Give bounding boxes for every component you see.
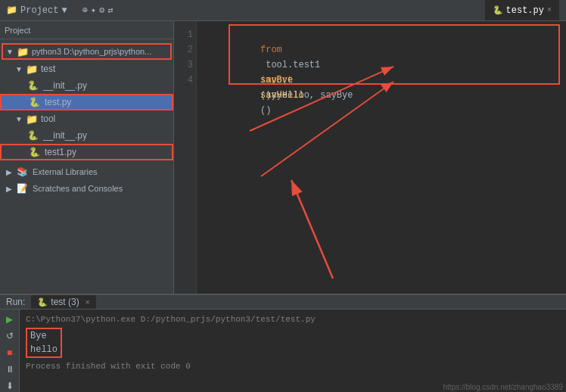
line-num-4: 4 (177, 73, 193, 88)
project-menu[interactable]: 📁 Project ▼ (6, 5, 67, 16)
folder-icon-tool: 📁 (26, 114, 38, 125)
tree-label-test: test (41, 64, 55, 74)
editor-content: 1 2 3 4 from tool.test1 import sayHello,… (174, 21, 566, 294)
action-icon-4[interactable]: ⇄ (107, 5, 113, 16)
editor-tab-test-py[interactable]: 🐍 test.py × (485, 0, 560, 20)
tree-label-python3: python3 D:\python_prjs\python... (32, 47, 151, 56)
run-label: Run: (6, 297, 25, 307)
project-tree: ▼ 📁 python3 D:\python_prjs\python... ▼ 📁… (0, 39, 173, 200)
tree-item-test-folder[interactable]: ▼ 📁 test (0, 61, 173, 77)
output-hello: hello (30, 343, 58, 356)
tree-item-test-py[interactable]: 🐍 test.py (0, 94, 173, 110)
pause-button[interactable]: ⏸ (3, 362, 17, 376)
line-num-3: 3 (177, 58, 193, 73)
project-icon: 📁 (6, 5, 17, 16)
tree-label-ext-libs: External Libraries (33, 167, 98, 176)
py-file-icon-test: 🐍 (29, 97, 40, 107)
code-content[interactable]: from tool.test1 import sayHello, sayBye … (197, 21, 566, 294)
action-icon-2[interactable]: ✦ (91, 5, 96, 16)
keyword-from: from (260, 45, 282, 55)
py-file-icon-init-tool: 🐍 (27, 130, 39, 141)
bottom-panel: Run: 🐍 test (3) × ▶ ↺ ■ ⏸ ⬇ C:\Python37\… (0, 294, 566, 392)
tree-item-tool-folder[interactable]: ▼ 📁 tool (0, 110, 173, 127)
expand-arrow-scratches: ▶ (6, 185, 12, 193)
lib-icon: 📚 (17, 166, 28, 177)
scroll-button[interactable]: ⬇ (3, 379, 17, 392)
output-result-box: Bye hello (26, 328, 62, 358)
run-tab-bar: Run: 🐍 test (3) × (0, 295, 566, 310)
folder-icon: 📁 (17, 46, 29, 58)
main-layout: Project ▼ 📁 python3 D:\python_prjs\pytho… (0, 21, 566, 294)
run-tab-name: test (3) (51, 297, 79, 307)
editor-area: 1 2 3 4 from tool.test1 import sayHello,… (174, 21, 566, 294)
scratches-icon: 📝 (17, 183, 28, 194)
py-file-icon-test1: 🐍 (29, 147, 40, 157)
run-output-content: C:\Python37\python.exe D:/python_prjs/py… (20, 310, 566, 392)
paren-2: () (260, 105, 271, 116)
toolbar-actions: ⊕ ✦ ⚙ ⇄ (82, 5, 114, 16)
tree-label-init-tool: __init__.py (43, 130, 87, 141)
tab-label: test.py (506, 5, 544, 16)
folder-icon-test: 📁 (26, 64, 38, 75)
project-dropdown-icon: ▼ (61, 5, 67, 16)
run-controls: ▶ ↺ ■ ⏸ ⬇ (0, 310, 20, 392)
action-icon-1[interactable]: ⊕ (82, 5, 88, 16)
top-bar: 📁 Project ▼ ⊕ ✦ ⚙ ⇄ 🐍 test.py × (0, 0, 566, 21)
tree-item-scratches[interactable]: ▶ 📝 Scratches and Consoles (0, 180, 173, 197)
module-name: tool.test1 (260, 60, 325, 70)
output-command: C:\Python37\python.exe D:/python_prjs/py… (26, 313, 560, 326)
tree-label-init-test: __init__.py (43, 80, 87, 91)
sidebar-header: Project (0, 21, 173, 39)
with-text: with (110, 362, 130, 371)
line-numbers: 1 2 3 4 (174, 21, 197, 294)
line-num-1: 1 (177, 27, 193, 42)
finished-text: finished (66, 362, 106, 371)
line-num-2: 2 (177, 42, 193, 58)
tree-item-test1-py[interactable]: 🐍 test1.py (0, 144, 173, 160)
tree-label-tool: tool (41, 114, 55, 124)
process-text: Process (26, 362, 66, 371)
py-file-icon: 🐍 (27, 80, 39, 91)
run-output-area: ▶ ↺ ■ ⏸ ⬇ C:\Python37\python.exe D:/pyth… (0, 310, 566, 392)
rerun-button[interactable]: ↺ (3, 329, 17, 343)
run-tab-test[interactable]: 🐍 test (3) × (31, 295, 95, 309)
tree-item-init-tool[interactable]: 🐍 __init__.py (0, 127, 173, 144)
output-bye: Bye (30, 329, 58, 343)
tree-label-scratches: Scratches and Consoles (33, 184, 123, 193)
tab-py-icon: 🐍 (493, 5, 503, 15)
play-button[interactable]: ▶ (3, 313, 17, 326)
code-line-1: from tool.test1 import sayHello, sayBye (206, 27, 557, 42)
run-tab-close[interactable]: × (86, 298, 90, 306)
sidebar-title: Project (5, 26, 30, 35)
expand-arrow-tool: ▼ (15, 115, 23, 123)
expand-arrow-ext: ▶ (6, 168, 12, 176)
fn-saybye: sayBye (260, 75, 293, 86)
editor-tab-bar: 🐍 test.py × (485, 0, 560, 20)
exit-code-text: exit code 0 (135, 362, 191, 371)
tree-item-python3[interactable]: ▼ 📁 python3 D:\python_prjs\python... (2, 43, 172, 60)
sidebar: Project ▼ 📁 python3 D:\python_prjs\pytho… (0, 21, 174, 294)
output-process-msg: Process finished with exit code 0 (26, 359, 560, 373)
action-icon-3[interactable]: ⚙ (99, 5, 104, 16)
expand-arrow-test: ▼ (15, 65, 23, 73)
watermark: https://blog.csdn.net/zhanghao3389 (443, 381, 563, 392)
tree-item-ext-libs[interactable]: ▶ 📚 External Libraries (0, 163, 173, 180)
stop-button[interactable]: ■ (3, 346, 17, 359)
tree-item-init-test[interactable]: 🐍 __init__.py (0, 77, 173, 94)
expand-arrow: ▼ (6, 48, 14, 56)
fn-sayhello: sayHello (260, 90, 304, 101)
run-tab-icon: 🐍 (37, 297, 48, 307)
tree-label-test-py: test.py (45, 97, 71, 107)
project-label: Project (20, 5, 58, 16)
tree-label-test1-py: test1.py (45, 147, 76, 157)
tab-close-button[interactable]: × (547, 6, 552, 14)
